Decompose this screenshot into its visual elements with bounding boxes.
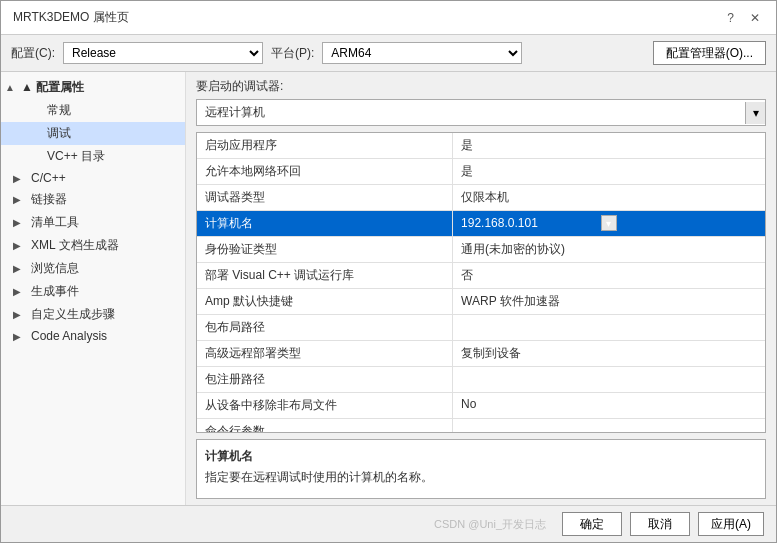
sidebar-item-vc_dirs[interactable]: VC++ 目录: [1, 145, 185, 168]
platform-label: 平台(P):: [271, 45, 314, 62]
title-bar: MRTK3DEMO 属性页 ? ✕: [1, 1, 776, 35]
description-title: 计算机名: [205, 448, 757, 465]
prop-value: [453, 315, 625, 323]
prop-name: 允许本地网络环回: [197, 159, 453, 185]
sidebar-label: 清单工具: [31, 214, 79, 231]
sidebar-items: 常规调试VC++ 目录▶C/C++▶链接器▶清单工具▶XML 文档生成器▶浏览信…: [1, 99, 185, 346]
sidebar-label: 浏览信息: [31, 260, 79, 277]
table-row[interactable]: 允许本地网络环回是: [197, 159, 765, 185]
sidebar-label: 常规: [47, 102, 71, 119]
arrow-icon: ▶: [13, 240, 27, 251]
table-row[interactable]: 高级远程部署类型复制到设备: [197, 341, 765, 367]
arrow-icon: ▶: [13, 263, 27, 274]
sidebar-label: 链接器: [31, 191, 67, 208]
arrow-icon: ▶: [13, 309, 27, 320]
sidebar-item-debug[interactable]: 调试: [1, 122, 185, 145]
prop-name: 包布局路径: [197, 315, 453, 341]
prop-name: 从设备中移除非布局文件: [197, 393, 453, 419]
table-row[interactable]: 启动应用程序是: [197, 133, 765, 159]
sidebar-label: VC++ 目录: [47, 148, 105, 165]
sidebar-label: 自定义生成步骤: [31, 306, 115, 323]
prop-name: 部署 Visual C++ 调试运行库: [197, 263, 453, 289]
prop-value: WARP 软件加速器: [453, 289, 625, 314]
description-panel: 计算机名 指定要在远程调试时使用的计算机的名称。: [196, 439, 766, 499]
prop-name: 调试器类型: [197, 185, 453, 211]
sidebar-label: XML 文档生成器: [31, 237, 119, 254]
description-text: 指定要在远程调试时使用的计算机的名称。: [205, 469, 757, 486]
prop-name: 身份验证类型: [197, 237, 453, 263]
table-row[interactable]: Amp 默认快捷键WARP 软件加速器: [197, 289, 765, 315]
config-manager-button[interactable]: 配置管理器(O)...: [653, 41, 766, 65]
table-row[interactable]: 包布局路径: [197, 315, 765, 341]
root-arrow-icon: ▲: [5, 82, 19, 93]
properties-grid: 启动应用程序是允许本地网络环回是调试器类型仅限本机计算机名192.168.0.1…: [197, 133, 765, 433]
debugger-dropdown[interactable]: 远程计算机 ▾: [196, 99, 766, 126]
prop-value: 192.168.0.101: [461, 216, 538, 230]
prop-value: 仅限本机: [453, 185, 625, 210]
watermark: CSDN @Uni_开发日志: [13, 517, 546, 532]
prop-name: 计算机名: [197, 211, 453, 237]
arrow-icon: ▶: [13, 286, 27, 297]
prop-name: 包注册路径: [197, 367, 453, 393]
sidebar-label: Code Analysis: [31, 329, 107, 343]
sidebar-item-common[interactable]: 常规: [1, 99, 185, 122]
table-row[interactable]: 计算机名192.168.0.101▾: [197, 211, 765, 237]
footer: CSDN @Uni_开发日志 确定 取消 应用(A): [1, 505, 776, 542]
prop-value: 复制到设备: [453, 341, 625, 366]
sidebar-item-browse[interactable]: ▶浏览信息: [1, 257, 185, 280]
prop-name: Amp 默认快捷键: [197, 289, 453, 315]
ok-button[interactable]: 确定: [562, 512, 622, 536]
table-row[interactable]: 身份验证类型通用(未加密的协议): [197, 237, 765, 263]
table-row[interactable]: 包注册路径: [197, 367, 765, 393]
apply-button[interactable]: 应用(A): [698, 512, 764, 536]
sidebar-root-label: ▲ 配置属性: [21, 79, 84, 96]
arrow-icon: ▶: [13, 331, 27, 342]
table-row[interactable]: 调试器类型仅限本机: [197, 185, 765, 211]
prop-value: 通用(未加密的协议): [453, 237, 625, 262]
config-label: 配置(C):: [11, 45, 55, 62]
prop-dropdown-arrow-icon[interactable]: ▾: [601, 215, 617, 231]
prop-value: 是: [453, 133, 625, 158]
sidebar-root[interactable]: ▲ ▲ 配置属性: [1, 76, 185, 99]
title-bar-buttons: ? ✕: [723, 11, 764, 25]
config-select[interactable]: Release: [63, 42, 263, 64]
sidebar-item-analysis[interactable]: ▶Code Analysis: [1, 326, 185, 346]
table-row[interactable]: 命令行参数: [197, 419, 765, 434]
cancel-button[interactable]: 取消: [630, 512, 690, 536]
dropdown-value: 远程计算机: [197, 100, 745, 125]
prop-name: 高级远程部署类型: [197, 341, 453, 367]
prop-value: 是: [453, 159, 625, 184]
prop-value: 否: [453, 263, 625, 288]
prop-name: 启动应用程序: [197, 133, 453, 159]
prop-value: No: [453, 393, 625, 415]
sidebar-item-cpp[interactable]: ▶C/C++: [1, 168, 185, 188]
sidebar: ▲ ▲ 配置属性 常规调试VC++ 目录▶C/C++▶链接器▶清单工具▶XML …: [1, 72, 186, 505]
sidebar-item-events[interactable]: ▶生成事件: [1, 280, 185, 303]
sidebar-tree: ▲ ▲ 配置属性: [1, 76, 185, 99]
section-label: 要启动的调试器:: [186, 72, 776, 99]
dropdown-arrow-icon[interactable]: ▾: [745, 102, 765, 124]
close-button[interactable]: ✕: [746, 11, 764, 25]
content-area: ▲ ▲ 配置属性 常规调试VC++ 目录▶C/C++▶链接器▶清单工具▶XML …: [1, 72, 776, 505]
sidebar-item-xml[interactable]: ▶XML 文档生成器: [1, 234, 185, 257]
sidebar-label: 生成事件: [31, 283, 79, 300]
sidebar-item-manifest[interactable]: ▶清单工具: [1, 211, 185, 234]
sidebar-item-custom[interactable]: ▶自定义生成步骤: [1, 303, 185, 326]
prop-value-cell: 192.168.0.101▾: [453, 211, 625, 235]
sidebar-item-linker[interactable]: ▶链接器: [1, 188, 185, 211]
help-button[interactable]: ?: [723, 11, 738, 25]
table-row[interactable]: 部署 Visual C++ 调试运行库否: [197, 263, 765, 289]
arrow-icon: ▶: [13, 173, 27, 184]
prop-value: [453, 367, 625, 375]
main-panel: 要启动的调试器: 远程计算机 ▾ 启动应用程序是允许本地网络环回是调试器类型仅限…: [186, 72, 776, 505]
properties-table: 启动应用程序是允许本地网络环回是调试器类型仅限本机计算机名192.168.0.1…: [196, 132, 766, 433]
platform-select[interactable]: ARM64: [322, 42, 522, 64]
table-row[interactable]: 从设备中移除非布局文件No: [197, 393, 765, 419]
prop-name: 命令行参数: [197, 419, 453, 434]
sidebar-label: C/C++: [31, 171, 66, 185]
arrow-icon: ▶: [13, 194, 27, 205]
arrow-icon: ▶: [13, 217, 27, 228]
prop-value: [453, 419, 625, 427]
window-title: MRTK3DEMO 属性页: [13, 9, 129, 26]
sidebar-label: 调试: [47, 125, 71, 142]
